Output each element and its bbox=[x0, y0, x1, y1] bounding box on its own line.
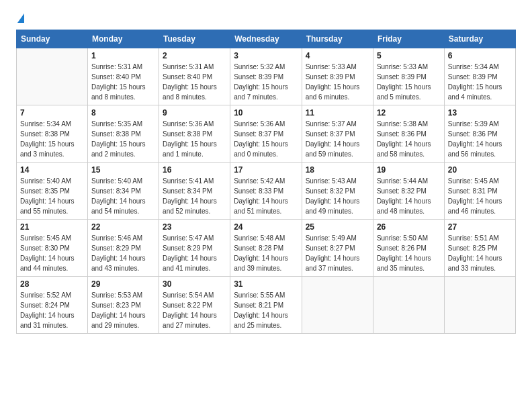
day-number: 31 bbox=[234, 279, 298, 289]
calendar-cell: 23Sunrise: 5:47 AMSunset: 8:29 PMDayligh… bbox=[159, 220, 230, 277]
calendar-cell: 22Sunrise: 5:46 AMSunset: 8:29 PMDayligh… bbox=[88, 220, 159, 277]
day-number: 11 bbox=[306, 108, 369, 118]
day-info: Sunrise: 5:34 AMSunset: 8:39 PMDaylight:… bbox=[448, 62, 512, 102]
day-info: Sunrise: 5:35 AMSunset: 8:38 PMDaylight:… bbox=[91, 119, 155, 159]
day-number: 19 bbox=[377, 165, 441, 175]
calendar-cell: 27Sunrise: 5:51 AMSunset: 8:25 PMDayligh… bbox=[444, 220, 515, 277]
day-info: Sunrise: 5:44 AMSunset: 8:32 PMDaylight:… bbox=[377, 176, 441, 216]
day-number: 7 bbox=[20, 108, 84, 118]
day-info: Sunrise: 5:47 AMSunset: 8:29 PMDaylight:… bbox=[163, 233, 226, 273]
calendar-cell: 31Sunrise: 5:55 AMSunset: 8:21 PMDayligh… bbox=[230, 277, 302, 334]
calendar-cell: 29Sunrise: 5:53 AMSunset: 8:23 PMDayligh… bbox=[88, 277, 159, 334]
day-info: Sunrise: 5:49 AMSunset: 8:27 PMDaylight:… bbox=[306, 233, 369, 273]
day-info: Sunrise: 5:38 AMSunset: 8:36 PMDaylight:… bbox=[377, 119, 441, 159]
calendar-cell: 24Sunrise: 5:48 AMSunset: 8:28 PMDayligh… bbox=[230, 220, 302, 277]
calendar-cell: 25Sunrise: 5:49 AMSunset: 8:27 PMDayligh… bbox=[302, 220, 373, 277]
day-number: 26 bbox=[377, 222, 441, 232]
day-info: Sunrise: 5:54 AMSunset: 8:22 PMDaylight:… bbox=[163, 290, 226, 330]
page-header bbox=[16, 13, 516, 23]
day-number: 28 bbox=[20, 279, 84, 289]
day-info: Sunrise: 5:36 AMSunset: 8:37 PMDaylight:… bbox=[234, 119, 298, 159]
calendar-header-wednesday: Wednesday bbox=[230, 30, 302, 48]
logo bbox=[16, 13, 24, 23]
day-number: 20 bbox=[448, 165, 512, 175]
day-info: Sunrise: 5:45 AMSunset: 8:31 PMDaylight:… bbox=[448, 176, 512, 216]
calendar-week-row: 21Sunrise: 5:45 AMSunset: 8:30 PMDayligh… bbox=[17, 220, 516, 277]
day-number: 15 bbox=[91, 165, 155, 175]
day-info: Sunrise: 5:43 AMSunset: 8:32 PMDaylight:… bbox=[306, 176, 369, 216]
day-number: 12 bbox=[377, 108, 441, 118]
calendar-cell: 13Sunrise: 5:39 AMSunset: 8:36 PMDayligh… bbox=[444, 105, 515, 163]
day-number: 17 bbox=[234, 165, 298, 175]
day-info: Sunrise: 5:41 AMSunset: 8:34 PMDaylight:… bbox=[163, 176, 226, 216]
logo-triangle-icon bbox=[17, 13, 24, 23]
day-number: 2 bbox=[163, 51, 226, 60]
day-info: Sunrise: 5:40 AMSunset: 8:34 PMDaylight:… bbox=[91, 176, 155, 216]
calendar-week-row: 1Sunrise: 5:31 AMSunset: 8:40 PMDaylight… bbox=[17, 48, 516, 105]
day-number: 4 bbox=[306, 51, 369, 60]
calendar-cell bbox=[373, 277, 444, 334]
day-info: Sunrise: 5:53 AMSunset: 8:23 PMDaylight:… bbox=[91, 290, 155, 330]
calendar-cell: 30Sunrise: 5:54 AMSunset: 8:22 PMDayligh… bbox=[159, 277, 230, 334]
day-info: Sunrise: 5:46 AMSunset: 8:29 PMDaylight:… bbox=[91, 233, 155, 273]
calendar-cell: 15Sunrise: 5:40 AMSunset: 8:34 PMDayligh… bbox=[88, 163, 159, 220]
day-info: Sunrise: 5:39 AMSunset: 8:36 PMDaylight:… bbox=[448, 119, 512, 159]
day-info: Sunrise: 5:42 AMSunset: 8:33 PMDaylight:… bbox=[234, 176, 298, 216]
day-number: 18 bbox=[306, 165, 369, 175]
calendar-cell: 14Sunrise: 5:40 AMSunset: 8:35 PMDayligh… bbox=[17, 163, 88, 220]
calendar-cell: 19Sunrise: 5:44 AMSunset: 8:32 PMDayligh… bbox=[373, 163, 444, 220]
day-number: 25 bbox=[306, 222, 369, 232]
day-number: 21 bbox=[20, 222, 84, 232]
day-info: Sunrise: 5:50 AMSunset: 8:26 PMDaylight:… bbox=[377, 233, 441, 273]
calendar-cell: 20Sunrise: 5:45 AMSunset: 8:31 PMDayligh… bbox=[444, 163, 515, 220]
day-number: 3 bbox=[234, 51, 298, 60]
day-info: Sunrise: 5:33 AMSunset: 8:39 PMDaylight:… bbox=[306, 62, 369, 102]
day-info: Sunrise: 5:48 AMSunset: 8:28 PMDaylight:… bbox=[234, 233, 298, 273]
calendar-cell: 9Sunrise: 5:36 AMSunset: 8:38 PMDaylight… bbox=[159, 105, 230, 163]
day-number: 22 bbox=[91, 222, 155, 232]
calendar-cell bbox=[17, 48, 88, 105]
day-info: Sunrise: 5:31 AMSunset: 8:40 PMDaylight:… bbox=[163, 62, 226, 102]
calendar-cell: 16Sunrise: 5:41 AMSunset: 8:34 PMDayligh… bbox=[159, 163, 230, 220]
calendar-cell bbox=[302, 277, 373, 334]
calendar-header-row: SundayMondayTuesdayWednesdayThursdayFrid… bbox=[17, 30, 516, 48]
day-info: Sunrise: 5:36 AMSunset: 8:38 PMDaylight:… bbox=[163, 119, 226, 159]
calendar-cell: 1Sunrise: 5:31 AMSunset: 8:40 PMDaylight… bbox=[88, 48, 159, 105]
day-info: Sunrise: 5:33 AMSunset: 8:39 PMDaylight:… bbox=[377, 62, 441, 102]
calendar-cell: 18Sunrise: 5:43 AMSunset: 8:32 PMDayligh… bbox=[302, 163, 373, 220]
day-info: Sunrise: 5:37 AMSunset: 8:37 PMDaylight:… bbox=[306, 119, 369, 159]
calendar-week-row: 14Sunrise: 5:40 AMSunset: 8:35 PMDayligh… bbox=[17, 163, 516, 220]
day-number: 24 bbox=[234, 222, 298, 232]
calendar-cell: 2Sunrise: 5:31 AMSunset: 8:40 PMDaylight… bbox=[159, 48, 230, 105]
day-info: Sunrise: 5:32 AMSunset: 8:39 PMDaylight:… bbox=[234, 62, 298, 102]
calendar-cell: 3Sunrise: 5:32 AMSunset: 8:39 PMDaylight… bbox=[230, 48, 302, 105]
day-number: 9 bbox=[163, 108, 226, 118]
day-number: 13 bbox=[448, 108, 512, 118]
day-info: Sunrise: 5:52 AMSunset: 8:24 PMDaylight:… bbox=[20, 290, 84, 330]
day-info: Sunrise: 5:31 AMSunset: 8:40 PMDaylight:… bbox=[91, 62, 155, 102]
calendar-cell: 7Sunrise: 5:34 AMSunset: 8:38 PMDaylight… bbox=[17, 105, 88, 163]
calendar-cell bbox=[444, 277, 515, 334]
calendar-header-thursday: Thursday bbox=[302, 30, 373, 48]
day-info: Sunrise: 5:55 AMSunset: 8:21 PMDaylight:… bbox=[234, 290, 298, 330]
calendar-cell: 21Sunrise: 5:45 AMSunset: 8:30 PMDayligh… bbox=[17, 220, 88, 277]
day-number: 1 bbox=[91, 51, 155, 60]
calendar-cell: 5Sunrise: 5:33 AMSunset: 8:39 PMDaylight… bbox=[373, 48, 444, 105]
calendar-cell: 26Sunrise: 5:50 AMSunset: 8:26 PMDayligh… bbox=[373, 220, 444, 277]
calendar-table: SundayMondayTuesdayWednesdayThursdayFrid… bbox=[16, 30, 516, 334]
calendar-cell: 11Sunrise: 5:37 AMSunset: 8:37 PMDayligh… bbox=[302, 105, 373, 163]
day-info: Sunrise: 5:34 AMSunset: 8:38 PMDaylight:… bbox=[20, 119, 84, 159]
day-number: 27 bbox=[448, 222, 512, 232]
day-info: Sunrise: 5:45 AMSunset: 8:30 PMDaylight:… bbox=[20, 233, 84, 273]
day-number: 30 bbox=[163, 279, 226, 289]
calendar-header-monday: Monday bbox=[88, 30, 159, 48]
day-number: 16 bbox=[163, 165, 226, 175]
calendar-header-saturday: Saturday bbox=[444, 30, 515, 48]
day-info: Sunrise: 5:40 AMSunset: 8:35 PMDaylight:… bbox=[20, 176, 84, 216]
calendar-cell: 28Sunrise: 5:52 AMSunset: 8:24 PMDayligh… bbox=[17, 277, 88, 334]
day-number: 8 bbox=[91, 108, 155, 118]
day-number: 5 bbox=[377, 51, 441, 60]
calendar-cell: 8Sunrise: 5:35 AMSunset: 8:38 PMDaylight… bbox=[88, 105, 159, 163]
day-number: 23 bbox=[163, 222, 226, 232]
day-number: 6 bbox=[448, 51, 512, 60]
